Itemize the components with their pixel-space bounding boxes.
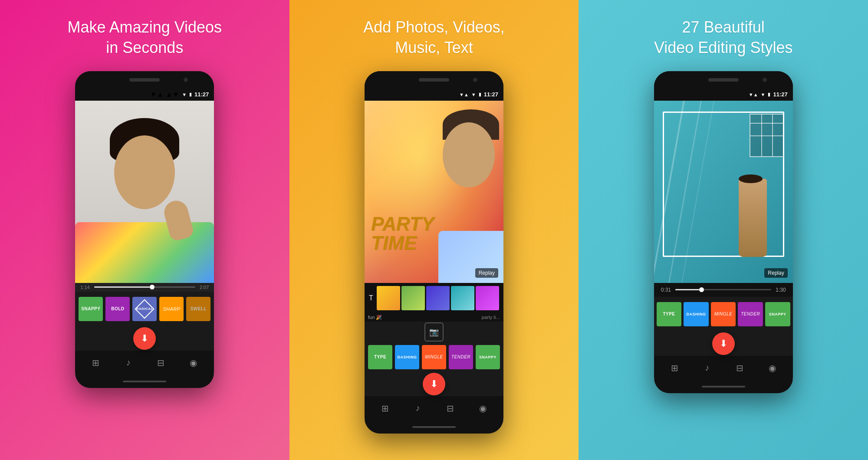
- fab-container-3: ⬇: [654, 332, 793, 356]
- style-btn-radical[interactable]: RADICAL: [132, 297, 157, 321]
- style-label-snappy3: SNAPPY: [769, 312, 786, 316]
- add-photo-icon: 📷: [429, 327, 439, 337]
- style-btn-tender-3[interactable]: Tender: [738, 302, 763, 326]
- status-time-2: 11:27: [484, 91, 498, 98]
- party-time-overlay: PARTY TIME: [371, 214, 434, 253]
- face-2: [443, 122, 495, 187]
- battery-2: ▮: [479, 92, 481, 97]
- style-label-mingle3: mingle: [714, 312, 732, 316]
- replay-badge-2[interactable]: Replay: [475, 268, 498, 278]
- phone-1-wrapper: ▼▲ ▲▼ ▼ ▮ 11:27: [71, 71, 218, 460]
- timeline-row-1: 1:14 2:07: [75, 283, 214, 292]
- person-3: [739, 179, 767, 257]
- phone-bottom-1: [75, 375, 214, 388]
- nav-add-3[interactable]: ⊞: [666, 359, 683, 377]
- phone-1-screen: 1:14 2:07 SNAPPY BOLD: [75, 101, 214, 375]
- home-indicator-3: [702, 386, 745, 388]
- battery-3: ▮: [768, 92, 770, 97]
- replay-badge-3[interactable]: Replay: [764, 268, 787, 278]
- style-btn-bold[interactable]: BOLD: [105, 297, 130, 321]
- nav-add-1[interactable]: ⊞: [87, 354, 105, 371]
- style-btn-dashing-3[interactable]: DASHING: [684, 302, 709, 326]
- style-btn-swell[interactable]: Swell: [186, 297, 210, 321]
- timeline-start-1: 1:14: [80, 285, 89, 290]
- style-btn-snappy[interactable]: SNAPPY: [79, 297, 103, 321]
- style-btn-mingle[interactable]: mingle: [422, 345, 446, 369]
- phone-2-wrapper: ▼▲ ▼ ▮ 11:27: [360, 71, 508, 460]
- home-indicator-1: [123, 381, 166, 382]
- thumb-1[interactable]: [377, 286, 400, 310]
- fab-button-2[interactable]: ⬇: [423, 373, 445, 395]
- fab-container-2: ⬇: [365, 372, 503, 396]
- download-icon-2: ⬇: [430, 378, 438, 390]
- style-btn-dashing[interactable]: DASHING: [395, 345, 419, 369]
- wifi-2: ▼: [471, 92, 476, 97]
- signal-icon-1: ▼: [182, 92, 187, 97]
- nav-music-1[interactable]: ♪: [120, 354, 137, 371]
- text-icon-2[interactable]: T: [367, 292, 375, 304]
- style-btn-mingle-3[interactable]: mingle: [711, 302, 736, 326]
- thumb-5[interactable]: [476, 286, 499, 310]
- party-bg: PARTY TIME Replay: [365, 101, 503, 283]
- camera-1: [184, 78, 188, 82]
- style-btn-type-3[interactable]: TYPE: [657, 302, 682, 326]
- phone-3-screen: Replay 0:31 1:30 TYPE: [654, 101, 793, 380]
- fab-button-1[interactable]: ⬇: [133, 327, 156, 350]
- phone-2-top-bar: [365, 71, 503, 89]
- download-icon-3: ⬇: [720, 338, 727, 349]
- style-label-sharp: Sharp: [163, 306, 180, 312]
- nav-palette-1[interactable]: ◉: [185, 354, 202, 371]
- speaker-3: [708, 78, 739, 82]
- thumb-3[interactable]: [426, 286, 450, 310]
- speaker-1: [129, 78, 160, 82]
- thumb-4[interactable]: [451, 286, 474, 310]
- party-text: PARTY TIME: [371, 214, 434, 253]
- panel-3: 27 BeautifulVideo Editing Styles ▼▲ ▼ ▮ …: [579, 0, 868, 460]
- style-btn-sharp[interactable]: Sharp: [159, 297, 184, 321]
- phone-2-frame: ▼▲ ▼ ▮ 11:27: [365, 71, 503, 434]
- party-line1: PARTY: [371, 214, 434, 233]
- panel-3-title: 27 BeautifulVideo Editing Styles: [654, 17, 793, 58]
- screen-1-content: [75, 101, 214, 283]
- nav-palette-2[interactable]: ◉: [474, 400, 492, 417]
- progress-fill-3: [675, 289, 699, 290]
- nav-music-2[interactable]: ♪: [409, 400, 427, 417]
- phone-bottom-2: [365, 421, 503, 434]
- home-indicator-2: [412, 426, 456, 428]
- body-1: [75, 222, 214, 283]
- style-label-snappy: SNAPPY: [81, 306, 100, 311]
- style-btn-tender[interactable]: Tender: [449, 345, 473, 369]
- screen-2-content: PARTY TIME Replay: [365, 101, 503, 283]
- nav-palette-3[interactable]: ◉: [763, 359, 781, 377]
- nav-add-2[interactable]: ⊞: [377, 400, 394, 417]
- timeline-start-3: 0:31: [661, 287, 671, 293]
- replay-label-2: Replay: [479, 270, 495, 276]
- style-btn-snappy3[interactable]: SNAPPY: [765, 302, 790, 326]
- style-buttons-3: TYPE DASHING mingle Tender SNAPPY: [654, 297, 793, 332]
- bottom-nav-1: ⊞ ♪ ⊟ ◉: [75, 351, 214, 375]
- nav-grid-1[interactable]: ⊟: [152, 354, 170, 371]
- phone-3-top-bar: [654, 71, 793, 89]
- style-btn-snappy2[interactable]: SNAPPY: [476, 345, 500, 369]
- download-icon-1: ⬇: [141, 333, 148, 344]
- thumb-2[interactable]: [401, 286, 425, 310]
- phone-1-top-bar: [75, 71, 214, 89]
- style-btn-type[interactable]: TYPE: [368, 345, 392, 369]
- panel-1-title: Make Amazing Videosin Seconds: [68, 17, 222, 58]
- progress-fill-1: [94, 286, 150, 288]
- style-label-type-text: TYPE: [374, 355, 386, 359]
- bottom-nav-3: ⊞ ♪ ⊟ ◉: [654, 356, 793, 380]
- fab-button-3[interactable]: ⬇: [712, 332, 735, 355]
- nav-music-3[interactable]: ♪: [698, 359, 716, 377]
- nav-grid-3[interactable]: ⊟: [731, 359, 748, 377]
- camera-2: [473, 78, 477, 82]
- nav-grid-2[interactable]: ⊟: [442, 400, 459, 417]
- teal-scene: Replay: [654, 101, 793, 283]
- style-label-bold: BOLD: [111, 306, 124, 311]
- style-label-dashing: DASHING: [397, 355, 417, 359]
- replay-label-3: Replay: [768, 270, 784, 276]
- add-photo-button[interactable]: 📷: [424, 322, 444, 342]
- person-hair-3: [739, 174, 763, 183]
- phone-bottom-3: [654, 380, 793, 393]
- party-line2: TIME: [371, 233, 434, 253]
